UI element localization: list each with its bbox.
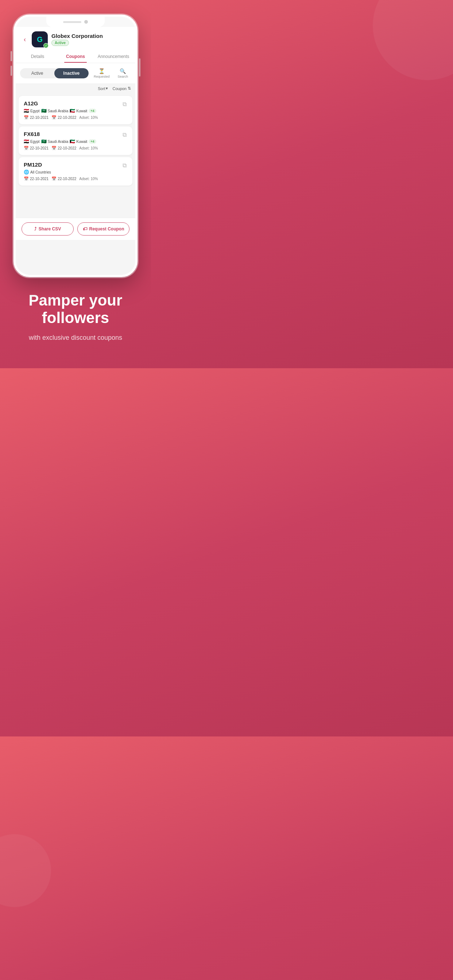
company-status-badge: Active: [51, 40, 69, 46]
copy-button[interactable]: ⧉: [122, 131, 127, 139]
coupon-card-fx618: FX618 🇪🇬 Egypt 🇸🇦 Saudi Arabia: [19, 127, 132, 155]
search-label: Search: [118, 75, 128, 78]
flag-egypt: 🇪🇬 Egypt: [24, 139, 40, 144]
notch: [46, 17, 105, 27]
back-button[interactable]: ‹: [22, 35, 28, 44]
company-logo: G ✓: [32, 31, 48, 48]
phone-notch-area: [16, 17, 135, 27]
company-info: Globex Corporation Active: [51, 33, 129, 46]
share-icon: ⤴: [34, 226, 37, 232]
company-name: Globex Corporation: [51, 33, 129, 39]
flag-saudi: 🇸🇦 Saudi Arabia: [41, 108, 69, 113]
coupon-code: A12G: [24, 100, 122, 107]
tab-announcements[interactable]: Announcements: [94, 50, 132, 63]
request-coupon-label: Request Coupon: [89, 226, 124, 232]
coupon-card-a12g: A12G 🇪🇬 Egypt 🇸🇦 Saudi Arabia: [19, 96, 132, 124]
coupon-sort-icon: ⇅: [128, 86, 131, 91]
coupon-sort-label: Coupon: [112, 86, 126, 91]
calendar-end-icon: 📅: [51, 115, 57, 120]
calendar-start-icon: 📅: [24, 177, 29, 181]
copy-button[interactable]: ⧉: [122, 162, 127, 170]
bottom-actions: ⤴ Share CSV 🏷 Request Coupon: [16, 218, 135, 240]
coupon-flags: 🌐 All Countries: [24, 170, 122, 175]
filter-toggle: Active Inactive: [20, 68, 89, 78]
app-header: ‹ G ✓ Globex Corporation Active: [16, 27, 135, 50]
start-date: 📅 22-10-2021: [24, 115, 48, 120]
phone-mockup: ‹ G ✓ Globex Corporation Active Details …: [13, 14, 137, 277]
flag-all-countries: 🌐 All Countries: [24, 170, 51, 175]
hourglass-icon: ⏳: [99, 68, 105, 74]
coupon-flags: 🇪🇬 Egypt 🇸🇦 Saudi Arabia 🇰🇼 Kuwait: [24, 108, 122, 113]
ticket-icon: 🏷: [83, 226, 87, 232]
coupon-dates: 📅 22-10-2021 📅 22-10-2022 Adset: 10%: [24, 146, 122, 151]
filter-requested[interactable]: ⏳ Requested: [91, 67, 113, 80]
empty-space: [16, 188, 135, 218]
flag-kuwait: 🇰🇼 Kuwait: [70, 139, 87, 144]
sort-label: Sort: [98, 86, 105, 91]
coupons-list: A12G 🇪🇬 Egypt 🇸🇦 Saudi Arabia: [16, 93, 135, 188]
search-icon: 🔍: [120, 68, 126, 74]
end-date: 📅 22-10-2022: [51, 146, 76, 151]
phone-screen: ‹ G ✓ Globex Corporation Active Details …: [16, 27, 135, 275]
end-date: 📅 22-10-2022: [51, 177, 76, 181]
start-date: 📅 22-10-2021: [24, 177, 48, 181]
coupon-dates: 📅 22-10-2021 📅 22-10-2022 Adset: 10%: [24, 115, 122, 120]
sort-chevron-icon: ▾: [106, 86, 108, 91]
filter-inactive[interactable]: Inactive: [54, 68, 89, 78]
promo-subtext: with exclusive discount coupons: [14, 333, 136, 343]
filter-active[interactable]: Active: [20, 68, 54, 78]
calendar-end-icon: 📅: [51, 146, 57, 151]
request-coupon-button[interactable]: 🏷 Request Coupon: [77, 223, 129, 235]
coupon-code: PM12D: [24, 162, 122, 168]
flag-kuwait: 🇰🇼 Kuwait: [70, 108, 87, 113]
phone-frame: ‹ G ✓ Globex Corporation Active Details …: [13, 14, 137, 277]
filter-search[interactable]: 🔍 Search: [115, 67, 131, 80]
promo-headline: Pamper your followers: [14, 292, 136, 327]
sort-bar: Sort ▾ Coupon ⇅: [16, 84, 135, 93]
tab-details[interactable]: Details: [19, 50, 57, 63]
flag-egypt: 🇪🇬 Egypt: [24, 108, 40, 113]
share-csv-label: Share CSV: [39, 226, 61, 232]
coupon-card-pm12d: PM12D 🌐 All Countries 📅 22-10-2021: [19, 157, 132, 186]
calendar-start-icon: 📅: [24, 115, 29, 120]
flag-saudi: 🇸🇦 Saudi Arabia: [41, 139, 69, 144]
promo-section: Pamper your followers with exclusive dis…: [7, 277, 144, 350]
calendar-end-icon: 📅: [51, 177, 57, 181]
end-date: 📅 22-10-2022: [51, 115, 76, 120]
coupon-code: FX618: [24, 131, 122, 137]
start-date: 📅 22-10-2021: [24, 146, 48, 151]
plus-badge: +4: [89, 139, 96, 144]
copy-button[interactable]: ⧉: [122, 100, 127, 108]
coupon-info: FX618 🇪🇬 Egypt 🇸🇦 Saudi Arabia: [24, 131, 122, 151]
main-tabs: Details Coupons Announcements: [16, 50, 135, 63]
adset-text: Adset: 10%: [79, 177, 98, 181]
calendar-start-icon: 📅: [24, 146, 29, 151]
adset-text: Adset: 10%: [79, 146, 98, 150]
filter-bar: Active Inactive ⏳ Requested 🔍 Search: [16, 63, 135, 84]
coupon-dates: 📅 22-10-2021 📅 22-10-2022 Adset: 10%: [24, 177, 122, 181]
notch-camera: [84, 20, 88, 24]
plus-badge: +4: [89, 109, 96, 113]
tab-coupons[interactable]: Coupons: [57, 50, 94, 63]
verified-badge: ✓: [43, 43, 48, 48]
coupon-sort[interactable]: Coupon ⇅: [112, 86, 131, 91]
sort-button[interactable]: Sort ▾: [98, 86, 108, 91]
requested-label: Requested: [94, 75, 110, 78]
coupon-flags: 🇪🇬 Egypt 🇸🇦 Saudi Arabia 🇰🇼 Kuwait: [24, 139, 122, 144]
coupon-info: PM12D 🌐 All Countries 📅 22-10-2021: [24, 162, 122, 181]
notch-bar: [63, 21, 81, 23]
logo-letter: G: [37, 35, 43, 44]
coupon-info: A12G 🇪🇬 Egypt 🇸🇦 Saudi Arabia: [24, 100, 122, 120]
share-csv-button[interactable]: ⤴ Share CSV: [22, 223, 74, 235]
adset-text: Adset: 10%: [79, 116, 98, 119]
